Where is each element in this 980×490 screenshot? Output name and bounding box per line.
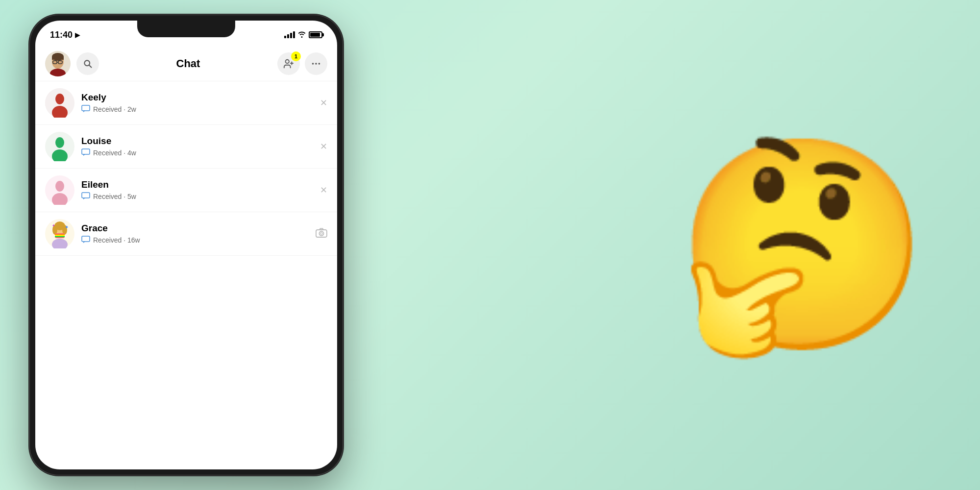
svg-point-10 <box>286 59 289 63</box>
avatar-grace: ✦ ✦ <box>45 219 74 248</box>
avatar-keely <box>45 88 74 118</box>
chat-name-grace: Grace <box>81 223 316 234</box>
notification-badge: 1 <box>291 51 301 61</box>
svg-point-14 <box>315 63 317 65</box>
phone-notch <box>137 21 235 37</box>
svg-point-42 <box>319 231 324 236</box>
chat-info-eileen: Eileen Received · 5w <box>81 179 320 201</box>
chat-name-louise: Louise <box>81 136 320 147</box>
phone-screen: 11:40 ▶ <box>35 21 337 469</box>
message-icon-eileen <box>81 192 90 201</box>
chat-status-keely: Received · 2w <box>81 105 320 114</box>
message-icon-keely <box>81 105 90 114</box>
scene: 11:40 ▶ <box>0 0 980 490</box>
message-icon-grace <box>81 236 90 245</box>
header-actions: 1 <box>277 52 327 75</box>
svg-point-25 <box>55 181 64 192</box>
svg-text:✦: ✦ <box>65 224 69 230</box>
svg-rect-35 <box>55 235 65 236</box>
location-arrow-icon: ▶ <box>75 31 80 39</box>
camera-button-grace[interactable] <box>316 228 327 240</box>
avatar-louise <box>45 132 74 161</box>
status-text-grace: Received · 16w <box>93 236 140 244</box>
svg-line-9 <box>89 65 92 67</box>
chat-item-louise[interactable]: Louise Received · 4w <box>35 125 337 169</box>
phone-frame: 11:40 ▶ <box>29 15 343 475</box>
svg-rect-27 <box>82 193 90 198</box>
close-button-eileen[interactable]: ✕ <box>320 185 327 196</box>
user-avatar[interactable] <box>45 51 71 76</box>
signal-icon <box>284 31 295 38</box>
status-text-keely: Received · 2w <box>93 105 136 113</box>
search-button[interactable] <box>76 52 99 75</box>
chat-status-eileen: Received · 5w <box>81 192 320 201</box>
wifi-icon <box>298 31 306 39</box>
svg-rect-40 <box>82 236 90 242</box>
status-icons <box>284 31 322 39</box>
battery-icon <box>309 31 322 38</box>
svg-point-13 <box>312 63 314 65</box>
message-icon-louise <box>81 148 90 158</box>
app-header: Chat 1 <box>35 46 337 81</box>
chat-item-eileen[interactable]: Eileen Received · 5w <box>35 169 337 212</box>
svg-rect-19 <box>82 105 90 111</box>
chat-info-keely: Keely Received · 2w <box>81 92 320 114</box>
status-time: 11:40 ▶ <box>50 30 80 40</box>
svg-point-17 <box>55 94 64 104</box>
chat-name-keely: Keely <box>81 92 320 103</box>
chat-status-grace: Received · 16w <box>81 236 316 245</box>
chat-info-grace: Grace Received · 16w <box>81 223 316 245</box>
status-text-louise: Received · 4w <box>93 149 136 157</box>
svg-point-15 <box>318 63 320 65</box>
avatar-eileen <box>45 175 74 205</box>
svg-rect-23 <box>82 149 90 154</box>
chat-item-keely[interactable]: Keely Received · 2w <box>35 81 337 125</box>
close-button-keely[interactable]: ✕ <box>320 98 327 108</box>
close-button-louise[interactable]: ✕ <box>320 141 327 152</box>
chat-status-louise: Received · 4w <box>81 148 320 158</box>
more-options-button[interactable] <box>305 52 327 75</box>
add-friend-button[interactable]: 1 <box>277 52 300 75</box>
time-display: 11:40 <box>50 30 73 40</box>
svg-rect-34 <box>55 234 65 235</box>
svg-point-43 <box>320 232 322 234</box>
thinking-emoji: 🤔 <box>674 142 931 348</box>
chat-list: Keely Received · 2w <box>35 81 337 256</box>
chat-item-grace[interactable]: ✦ ✦ Grace <box>35 212 337 256</box>
status-text-eileen: Received · 5w <box>93 193 136 200</box>
chat-info-louise: Louise Received · 4w <box>81 136 320 158</box>
chat-name-eileen: Eileen <box>81 179 320 190</box>
svg-point-21 <box>55 137 64 148</box>
svg-rect-3 <box>52 57 64 60</box>
svg-rect-36 <box>55 236 65 237</box>
svg-text:✦: ✦ <box>52 223 55 228</box>
chat-header-title: Chat <box>99 57 277 70</box>
